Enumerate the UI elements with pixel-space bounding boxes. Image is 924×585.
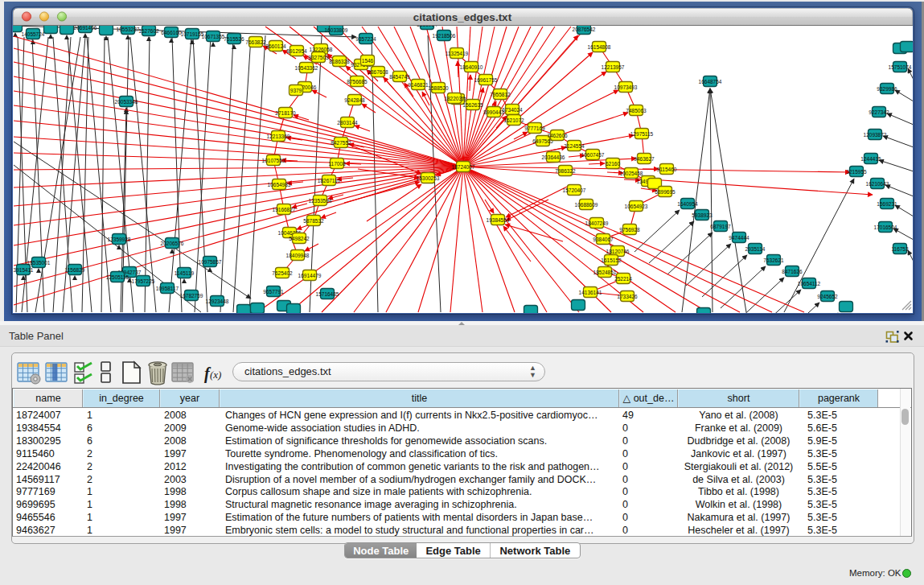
svg-text:7485063: 7485063 <box>626 108 647 113</box>
svg-text:7625402: 7625402 <box>272 270 293 276</box>
svg-text:10654112: 10654112 <box>798 281 821 286</box>
svg-text:1562635: 1562635 <box>462 102 483 108</box>
svg-text:18120746: 18120746 <box>606 249 630 254</box>
svg-text:16961755: 16961755 <box>474 77 498 83</box>
svg-text:10973493: 10973493 <box>614 84 638 90</box>
svg-text:16648754: 16648754 <box>699 79 722 84</box>
svg-text:16782759: 16782759 <box>180 293 203 299</box>
svg-text:9115460: 9115460 <box>657 167 677 172</box>
svg-text:8813054: 8813054 <box>417 26 437 27</box>
svg-text:10607457: 10607457 <box>581 152 605 158</box>
svg-text:1640954: 1640954 <box>677 201 698 207</box>
svg-text:16154808: 16154808 <box>588 44 611 50</box>
svg-text:1156829: 1156829 <box>65 267 85 273</box>
svg-text:1822037: 1822037 <box>444 96 465 101</box>
svg-text:12353594: 12353594 <box>309 198 332 204</box>
svg-text:15716485: 15716485 <box>316 291 339 297</box>
svg-text:15751074: 15751074 <box>889 64 912 70</box>
svg-text:18524851: 18524851 <box>593 270 617 275</box>
svg-text:20364436: 20364436 <box>542 154 565 160</box>
svg-text:1621072: 1621072 <box>503 117 524 123</box>
svg-text:13226058: 13226058 <box>310 47 333 52</box>
svg-text:1244415: 1244415 <box>860 156 881 162</box>
svg-text:8454749: 8454749 <box>389 74 410 80</box>
svg-text:8471626: 8471626 <box>782 269 803 274</box>
svg-text:16033809: 16033809 <box>325 27 348 33</box>
svg-text:9329986: 9329986 <box>877 86 897 92</box>
svg-text:11325419: 11325419 <box>446 51 469 56</box>
svg-text:16914479: 16914479 <box>298 273 322 278</box>
svg-text:1145119: 1145119 <box>175 270 195 276</box>
svg-text:20876542: 20876542 <box>573 27 596 32</box>
svg-text:7632621: 7632621 <box>763 257 784 263</box>
svg-text:1615152: 1615152 <box>601 257 622 263</box>
svg-text:17359928: 17359928 <box>108 237 131 242</box>
svg-text:(x): (x) <box>210 369 221 381</box>
svg-text:17016504: 17016504 <box>874 225 897 230</box>
svg-text:9474444: 9474444 <box>729 235 749 241</box>
svg-text:18724007: 18724007 <box>452 164 475 170</box>
svg-text:1733426: 1733426 <box>617 294 638 299</box>
svg-text:18267110: 18267110 <box>318 178 341 183</box>
svg-text:3915411: 3915411 <box>14 267 34 273</box>
svg-text:18640910: 18640910 <box>460 64 483 70</box>
svg-text:1527602: 1527602 <box>138 28 159 34</box>
svg-text:17957225: 17957225 <box>132 278 155 284</box>
svg-text:10688609: 10688609 <box>575 202 598 208</box>
svg-text:20053346: 20053346 <box>115 99 138 105</box>
svg-text:10553287: 10553287 <box>117 27 140 32</box>
svg-text:10107553: 10107553 <box>262 158 285 163</box>
svg-text:10654923: 10654923 <box>625 204 648 209</box>
svg-text:9357224: 9357224 <box>355 36 376 42</box>
svg-text:9227342: 9227342 <box>869 109 889 115</box>
svg-text:5878532: 5878532 <box>303 218 324 224</box>
svg-text:12505115: 12505115 <box>106 274 129 280</box>
svg-text:9245652: 9245652 <box>817 294 838 299</box>
svg-text:7515526: 7515526 <box>224 36 244 42</box>
svg-text:3124554: 3124554 <box>564 143 585 149</box>
svg-text:5498242: 5498242 <box>289 236 310 241</box>
svg-text:10654983: 10654983 <box>268 182 291 187</box>
svg-text:116753: 116753 <box>891 246 909 252</box>
svg-text:252214: 252214 <box>614 276 632 282</box>
svg-text:19384554: 19384554 <box>487 217 510 223</box>
svg-text:7986322: 7986322 <box>555 168 576 174</box>
svg-text:1588520: 1588520 <box>428 85 449 91</box>
svg-text:5938923: 5938923 <box>692 212 713 218</box>
svg-text:12213369: 12213369 <box>267 134 290 139</box>
svg-text:1546: 1546 <box>362 58 374 64</box>
svg-text:9146821: 9146821 <box>408 82 429 88</box>
svg-text:20691406: 20691406 <box>74 26 97 31</box>
svg-text:8912954: 8912954 <box>286 48 307 54</box>
svg-text:7462606: 7462606 <box>547 133 568 138</box>
svg-text:10543362: 10543362 <box>295 65 318 71</box>
svg-text:10975857: 10975857 <box>199 259 222 265</box>
svg-text:9384067: 9384067 <box>593 237 614 242</box>
svg-text:8427552: 8427552 <box>331 140 351 146</box>
svg-text:6899695: 6899695 <box>655 189 676 195</box>
svg-text:9463627: 9463627 <box>634 156 655 162</box>
svg-text:10719155: 10719155 <box>181 31 204 37</box>
svg-text:9379: 9379 <box>290 88 302 93</box>
svg-text:citations_edges.txt: citations_edges.txt <box>413 11 512 23</box>
svg-text:8756685: 8756685 <box>347 79 368 84</box>
svg-text:9657791: 9657791 <box>263 289 284 295</box>
svg-text:12093872: 12093872 <box>864 132 887 138</box>
svg-text:2718170: 2718170 <box>275 110 296 116</box>
svg-text:18407249: 18407249 <box>585 220 609 226</box>
svg-text:9327503: 9327503 <box>308 55 329 60</box>
svg-text:19218506: 19218506 <box>433 33 456 39</box>
svg-text:6466160: 6466160 <box>161 30 182 35</box>
svg-text:15300253: 15300253 <box>417 175 440 181</box>
svg-text:19166827: 19166827 <box>273 207 296 212</box>
svg-text:9777169: 9777169 <box>524 126 545 131</box>
svg-text:15720407: 15720407 <box>563 187 586 193</box>
svg-text:18409948: 18409948 <box>286 253 310 258</box>
svg-text:10671355: 10671355 <box>202 34 225 39</box>
svg-text:7663822: 7663822 <box>245 39 266 45</box>
svg-text:18535001: 18535001 <box>27 260 51 266</box>
svg-text:3215955: 3215955 <box>846 169 867 175</box>
svg-text:20206576: 20206576 <box>161 241 184 246</box>
svg-text:2803144: 2803144 <box>337 120 358 126</box>
svg-text:6879197: 6879197 <box>710 224 731 229</box>
